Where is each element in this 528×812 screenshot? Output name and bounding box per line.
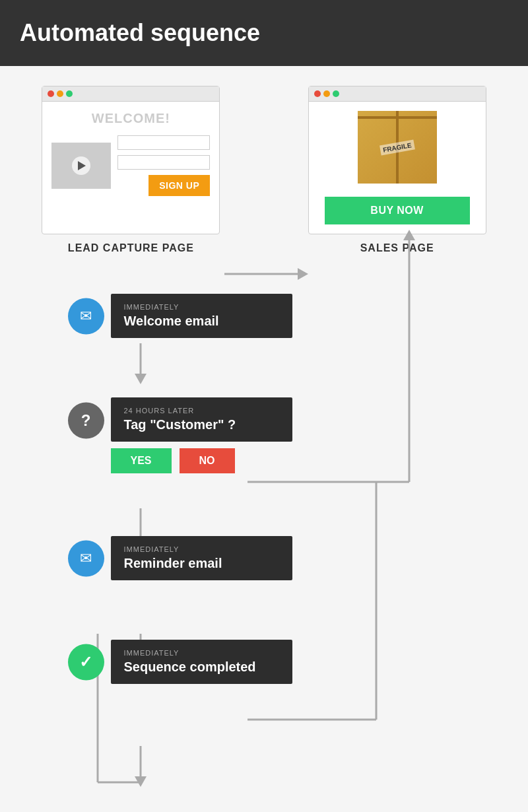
- top-row: WELCOME! SIGN UP: [0, 86, 528, 254]
- form-field-2[interactable]: [117, 155, 210, 170]
- lcp-bottom: SIGN UP: [51, 135, 210, 196]
- page-title: Automated sequence: [20, 19, 260, 47]
- check-icon: ✓: [79, 653, 92, 671]
- lead-capture-section: WELCOME! SIGN UP: [42, 86, 220, 254]
- step4-timing: IMMEDIATELY: [124, 649, 279, 657]
- dot-red: [48, 90, 54, 97]
- no-button[interactable]: NO: [180, 448, 235, 473]
- step4-wrapper: ✓ IMMEDIATELY Sequence completed: [91, 640, 292, 684]
- step3-wrapper: ✉ IMMEDIATELY Reminder email: [91, 536, 292, 580]
- question-icon-circle: ?: [68, 402, 104, 438]
- lcp-form: SIGN UP: [117, 135, 210, 196]
- step3-title: Reminder email: [124, 556, 279, 571]
- fragile-label: FRAGILE: [380, 139, 415, 155]
- step3-timing: IMMEDIATELY: [124, 545, 279, 553]
- browser-bar-sp: [309, 86, 486, 102]
- step2-title: Tag "Customer" ?: [124, 417, 279, 432]
- step3-box: IMMEDIATELY Reminder email: [111, 536, 292, 580]
- step3-inner: ✉ IMMEDIATELY Reminder email: [91, 536, 292, 580]
- lcp-label: LEAD CAPTURE PAGE: [42, 242, 220, 254]
- step1-box: IMMEDIATELY Welcome email: [111, 294, 292, 338]
- sp-content: FRAGILE BUY NOW: [309, 102, 486, 234]
- sales-page-section: FRAGILE BUY NOW SALES PAGE: [308, 86, 486, 254]
- step4-title: Sequence completed: [124, 660, 279, 675]
- sp-label: SALES PAGE: [308, 242, 486, 254]
- email-icon-circle-1: ✉: [68, 298, 104, 334]
- dot-yellow: [57, 90, 63, 97]
- step2-timing: 24 HOURS LATER: [124, 407, 279, 415]
- question-icon: ?: [81, 411, 91, 430]
- browser-bar-lcp: [42, 86, 219, 102]
- dot-green: [66, 90, 73, 97]
- yes-no-row: YES NO: [111, 448, 292, 473]
- sales-browser: FRAGILE BUY NOW: [308, 86, 486, 234]
- step1-inner: ✉ IMMEDIATELY Welcome email: [91, 294, 292, 338]
- svg-marker-8: [135, 776, 147, 787]
- package-image: FRAGILE: [358, 111, 437, 184]
- yes-button[interactable]: YES: [111, 448, 172, 473]
- main-content: WELCOME! SIGN UP: [0, 66, 528, 730]
- header: Automated sequence: [0, 0, 528, 66]
- signup-button[interactable]: SIGN UP: [148, 175, 210, 196]
- step2-wrapper: ? 24 HOURS LATER Tag "Customer" ? YES NO: [91, 397, 292, 473]
- welcome-text: WELCOME!: [92, 111, 170, 126]
- email-icon-circle-2: ✉: [68, 540, 104, 576]
- lcp-content: WELCOME! SIGN UP: [42, 102, 219, 234]
- form-field-1[interactable]: [117, 135, 210, 150]
- dot-green-sp: [333, 90, 339, 97]
- step4-inner: ✓ IMMEDIATELY Sequence completed: [91, 640, 292, 684]
- lead-capture-browser: WELCOME! SIGN UP: [42, 86, 220, 234]
- step2-box: 24 HOURS LATER Tag "Customer" ?: [111, 397, 292, 442]
- check-icon-circle: ✓: [68, 644, 104, 680]
- step1-title: Welcome email: [124, 314, 279, 329]
- step2-inner: ? 24 HOURS LATER Tag "Customer" ? YES NO: [91, 397, 292, 473]
- dot-yellow-sp: [323, 90, 330, 97]
- step1-wrapper: ✉ IMMEDIATELY Welcome email: [91, 294, 292, 338]
- play-button[interactable]: [72, 156, 90, 175]
- step4-box: IMMEDIATELY Sequence completed: [111, 640, 292, 684]
- email-icon-1: ✉: [80, 308, 92, 325]
- video-thumbnail: [51, 143, 111, 189]
- email-icon-2: ✉: [80, 550, 92, 567]
- play-triangle-icon: [78, 161, 86, 170]
- buy-now-button[interactable]: BUY NOW: [325, 197, 470, 224]
- flow-steps: ✉ IMMEDIATELY Welcome email ? 24 HOURS L…: [0, 261, 528, 710]
- step1-timing: IMMEDIATELY: [124, 303, 279, 311]
- dot-red-sp: [314, 90, 321, 97]
- diagram-wrapper: WELCOME! SIGN UP: [0, 86, 528, 710]
